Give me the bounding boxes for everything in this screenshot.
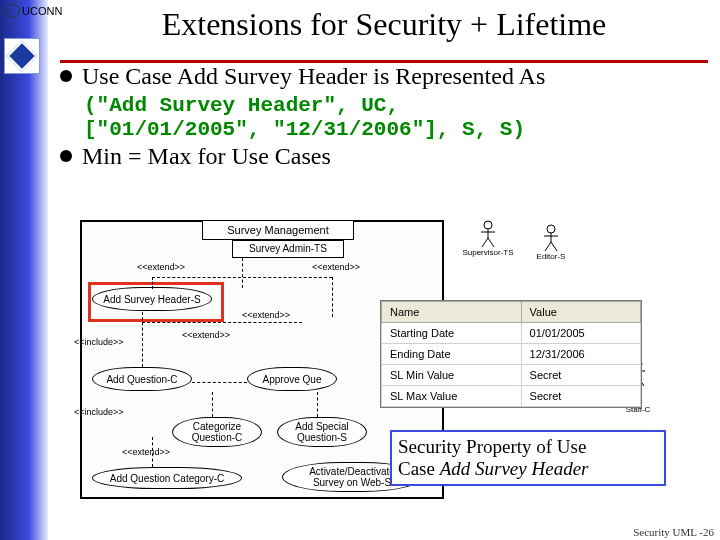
code-line: ("Add Survey Header", UC, (84, 94, 710, 118)
bullet-text: Min = Max for Use Cases (82, 142, 331, 170)
usecase-add-question: Add Question-C (92, 367, 192, 391)
usecase-approve: Approve Que (247, 367, 337, 391)
table-row: Starting Date01/01/2005 (382, 323, 641, 344)
bullet-icon (60, 70, 72, 82)
table-row: SL Max ValueSecret (382, 386, 641, 407)
connector (332, 277, 333, 317)
connector (142, 312, 143, 367)
connector (142, 322, 302, 323)
svg-line-9 (551, 242, 557, 251)
connector (152, 277, 153, 289)
caption-italic: Add Survey Header (440, 458, 589, 479)
connector (192, 382, 247, 383)
table-row: SL Min ValueSecret (382, 365, 641, 386)
slide-footer: Security UML -26 (633, 526, 714, 538)
svg-line-4 (488, 238, 494, 247)
package-label: Survey Management (202, 220, 354, 240)
bullet-item: Min = Max for Use Cases (60, 142, 710, 170)
caption-box: Security Property of Use Case Add Survey… (390, 430, 666, 486)
connector (212, 392, 213, 417)
highlight-box (88, 282, 224, 322)
actor-icon (542, 224, 560, 252)
code-line: ["01/01/2005", "12/31/2006"], S, S) (84, 118, 710, 142)
actor-label: Editor-S (516, 252, 586, 261)
usecase-add-category: Add Question Category-C (92, 467, 242, 489)
properties-panel: Name Value Starting Date01/01/2005 Endin… (380, 300, 642, 408)
usecase-categorize: Categorize Question-C (172, 417, 262, 447)
stereotype-extend: <<extend>> (242, 310, 290, 320)
stereotype-extend: <<extend>> (122, 447, 170, 457)
actor-editor: Editor-S (538, 224, 564, 261)
properties-table: Name Value Starting Date01/01/2005 Endin… (381, 301, 641, 407)
actor-icon (479, 220, 497, 248)
caption-line: Case (398, 458, 440, 479)
connector (152, 277, 332, 278)
page-title: Extensions for Security + Lifetime (162, 6, 607, 42)
svg-line-8 (545, 242, 551, 251)
bullet-text: Use Case Add Survey Header is Represente… (82, 62, 545, 90)
col-name: Name (382, 302, 522, 323)
page-title-wrap: Extensions for Security + Lifetime (60, 6, 708, 43)
svg-point-0 (484, 221, 492, 229)
stereotype-include: <<include>> (74, 337, 124, 347)
stereotype-extend: <<extend>> (137, 262, 185, 272)
actor-label: Supervisor-TS (453, 248, 523, 257)
uml-diagram: Survey Management Survey Admin-TS Add Su… (70, 210, 650, 500)
svg-line-3 (482, 238, 488, 247)
col-value: Value (521, 302, 640, 323)
brand-seal-icon (6, 4, 20, 18)
brand-name: UCONN (22, 5, 62, 17)
stereotype-extend: <<extend>> (312, 262, 360, 272)
org-logo (4, 38, 40, 74)
stereotype-include: <<include>> (74, 407, 124, 417)
actor-supervisor: Supervisor-TS (475, 220, 501, 257)
bullet-item: Use Case Add Survey Header is Represente… (60, 62, 710, 90)
connector (317, 392, 318, 417)
table-row: Ending Date12/31/2006 (382, 344, 641, 365)
usecase-add-special: Add Special Question-S (277, 417, 367, 447)
caption-line: Security Property of Use (398, 436, 586, 457)
connector (242, 258, 243, 288)
svg-point-5 (547, 225, 555, 233)
stereotype-extend: <<extend>> (182, 330, 230, 340)
bullet-icon (60, 150, 72, 162)
bullet-list: Use Case Add Survey Header is Represente… (60, 62, 710, 174)
sidebar-gradient (0, 0, 48, 540)
brand: UCONN (6, 4, 62, 18)
subpackage-label: Survey Admin-TS (232, 240, 344, 258)
